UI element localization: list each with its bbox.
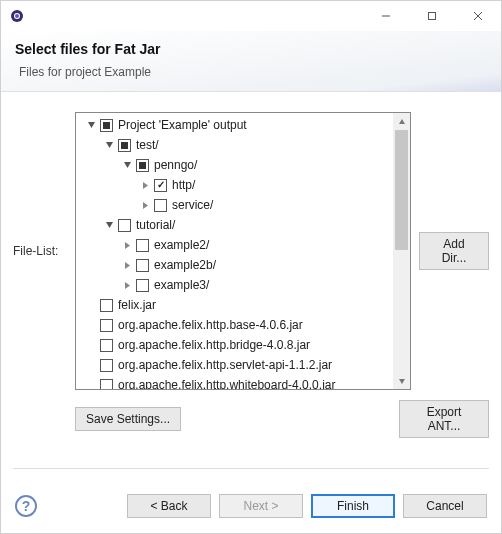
- checkbox[interactable]: [100, 299, 113, 312]
- checkbox[interactable]: [136, 159, 149, 172]
- svg-marker-13: [125, 242, 130, 249]
- page-subtitle: Files for project Example: [19, 65, 487, 79]
- tree-node-label: test/: [136, 138, 159, 152]
- tree-node[interactable]: example2b/: [76, 255, 393, 275]
- chevron-right-icon[interactable]: [138, 198, 152, 212]
- tree-node[interactable]: http/: [76, 175, 393, 195]
- tree-node-label: example2/: [154, 238, 209, 252]
- tree-node-label: penngo/: [154, 158, 197, 172]
- checkbox[interactable]: [136, 239, 149, 252]
- help-icon[interactable]: ?: [15, 495, 37, 517]
- tree-node[interactable]: felix.jar: [76, 295, 393, 315]
- export-ant-button[interactable]: Export ANT...: [399, 400, 489, 438]
- chevron-right-icon[interactable]: [120, 258, 134, 272]
- chevron-right-icon[interactable]: [120, 238, 134, 252]
- svg-marker-12: [106, 222, 113, 228]
- checkbox[interactable]: [100, 119, 113, 132]
- checkbox[interactable]: [100, 379, 113, 391]
- wizard-header: Select files for Fat Jar Files for proje…: [1, 31, 501, 92]
- svg-point-2: [15, 14, 19, 18]
- wizard-footer: ? < Back Next > Finish Cancel: [1, 479, 501, 533]
- scroll-up-icon[interactable]: [393, 113, 410, 130]
- tree-node[interactable]: org.apache.felix.http.bridge-4.0.8.jar: [76, 335, 393, 355]
- wizard-body: File-List: Project 'Example' outputtest/…: [1, 92, 501, 479]
- page-title: Select files for Fat Jar: [15, 41, 487, 57]
- chevron-down-icon[interactable]: [84, 118, 98, 132]
- wizard-window: Select files for Fat Jar Files for proje…: [0, 0, 502, 534]
- tree-node-label: tutorial/: [136, 218, 175, 232]
- chevron-down-icon[interactable]: [120, 158, 134, 172]
- tree-node-label: Project 'Example' output: [118, 118, 247, 132]
- tree-node[interactable]: Project 'Example' output: [76, 115, 393, 135]
- checkbox[interactable]: [118, 219, 131, 232]
- save-settings-button[interactable]: Save Settings...: [75, 407, 181, 431]
- checkbox[interactable]: [154, 179, 167, 192]
- tree-node[interactable]: org.apache.felix.http.base-4.0.6.jar: [76, 315, 393, 335]
- tree-node[interactable]: test/: [76, 135, 393, 155]
- tree-node-label: felix.jar: [118, 298, 156, 312]
- tree-node-label: org.apache.felix.http.servlet-api-1.1.2.…: [118, 358, 332, 372]
- svg-marker-9: [124, 162, 131, 168]
- minimize-button[interactable]: [363, 1, 409, 31]
- checkbox[interactable]: [100, 319, 113, 332]
- svg-marker-11: [143, 202, 148, 209]
- svg-marker-8: [106, 142, 113, 148]
- svg-marker-15: [125, 282, 130, 289]
- chevron-right-icon[interactable]: [120, 278, 134, 292]
- tree-node[interactable]: example3/: [76, 275, 393, 295]
- finish-button[interactable]: Finish: [311, 494, 395, 518]
- checkbox[interactable]: [154, 199, 167, 212]
- back-button[interactable]: < Back: [127, 494, 211, 518]
- tree-node-label: example3/: [154, 278, 209, 292]
- titlebar: [1, 1, 501, 31]
- svg-rect-4: [429, 13, 436, 20]
- checkbox[interactable]: [118, 139, 131, 152]
- tree-node-label: org.apache.felix.http.base-4.0.6.jar: [118, 318, 303, 332]
- file-tree[interactable]: Project 'Example' outputtest/penngo/http…: [75, 112, 411, 390]
- tree-node[interactable]: service/: [76, 195, 393, 215]
- chevron-down-icon[interactable]: [102, 218, 116, 232]
- checkbox[interactable]: [136, 259, 149, 272]
- svg-marker-10: [143, 182, 148, 189]
- svg-marker-7: [88, 122, 95, 128]
- svg-marker-16: [399, 119, 405, 124]
- close-button[interactable]: [455, 1, 501, 31]
- checkbox[interactable]: [100, 339, 113, 352]
- cancel-button[interactable]: Cancel: [403, 494, 487, 518]
- tree-node-label: org.apache.felix.http.whiteboard-4.0.0.j…: [118, 378, 335, 390]
- tree-node[interactable]: tutorial/: [76, 215, 393, 235]
- tree-node-label: service/: [172, 198, 213, 212]
- svg-marker-17: [399, 379, 405, 384]
- tree-node[interactable]: org.apache.felix.http.servlet-api-1.1.2.…: [76, 355, 393, 375]
- tree-node-label: http/: [172, 178, 195, 192]
- tree-node[interactable]: penngo/: [76, 155, 393, 175]
- tree-node-label: org.apache.felix.http.bridge-4.0.8.jar: [118, 338, 310, 352]
- maximize-button[interactable]: [409, 1, 455, 31]
- scrollbar[interactable]: [393, 113, 410, 389]
- add-dir-button[interactable]: Add Dir...: [419, 232, 489, 270]
- tree-node-label: example2b/: [154, 258, 216, 272]
- file-list-label: File-List:: [13, 244, 67, 258]
- checkbox[interactable]: [100, 359, 113, 372]
- svg-marker-14: [125, 262, 130, 269]
- chevron-right-icon[interactable]: [138, 178, 152, 192]
- next-button: Next >: [219, 494, 303, 518]
- chevron-down-icon[interactable]: [102, 138, 116, 152]
- scroll-down-icon[interactable]: [393, 372, 410, 389]
- app-icon: [9, 8, 25, 24]
- scroll-thumb[interactable]: [395, 130, 408, 250]
- checkbox[interactable]: [136, 279, 149, 292]
- separator: [13, 468, 489, 469]
- tree-node[interactable]: org.apache.felix.http.whiteboard-4.0.0.j…: [76, 375, 393, 390]
- tree-node[interactable]: example2/: [76, 235, 393, 255]
